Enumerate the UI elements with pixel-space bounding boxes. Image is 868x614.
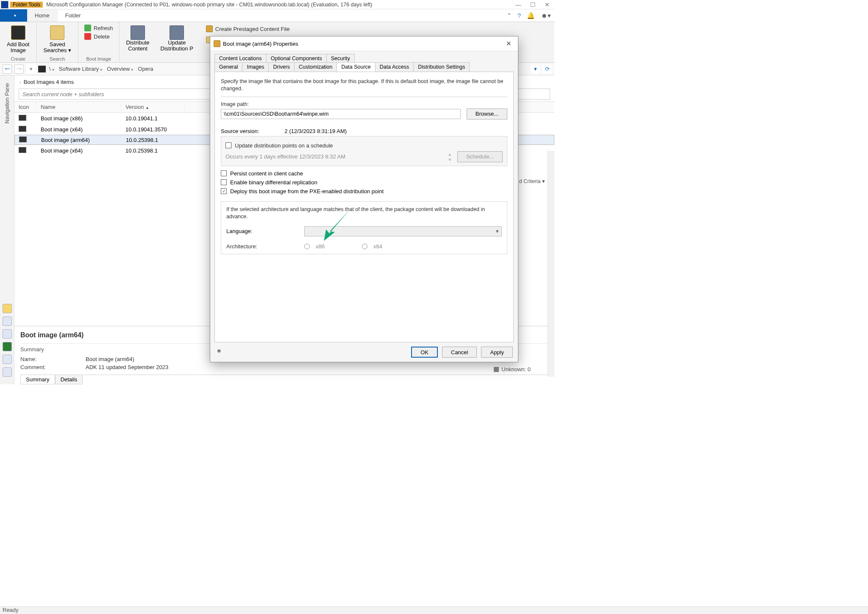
- sort-asc-icon: ▲: [145, 106, 149, 110]
- row-name: Boot image (x64): [36, 147, 121, 154]
- schedule-button: Schedule...: [457, 151, 503, 162]
- browse-button[interactable]: Browse...: [467, 108, 507, 119]
- cancel-button[interactable]: Cancel: [442, 347, 477, 358]
- language-select[interactable]: ▾: [304, 226, 502, 236]
- rail-item-4[interactable]: [3, 342, 12, 351]
- rail-item-6[interactable]: [3, 367, 12, 377]
- distribute-content-button[interactable]: Distribute Content: [124, 24, 152, 52]
- detail-tabs: Summary Details: [20, 375, 548, 384]
- maximize-button[interactable]: ☐: [526, 0, 540, 9]
- crumb-overview[interactable]: Overview: [106, 66, 134, 72]
- saved-searches-button[interactable]: Saved Searches ▾: [41, 24, 74, 54]
- persist-cache-checkbox[interactable]: [221, 170, 227, 176]
- update-schedule-label: Update distribution points on a schedule: [235, 142, 333, 149]
- detail-tab-details[interactable]: Details: [55, 375, 83, 384]
- kv-name-k: Name:: [20, 356, 75, 362]
- tab-images[interactable]: Images: [242, 62, 269, 72]
- package-icon: [206, 25, 213, 32]
- ribbon-group-distribute: Distribute Content Update Distribution P: [120, 22, 200, 62]
- tab-data-access[interactable]: Data Access: [375, 62, 414, 72]
- properties-dialog: Boot image (arm64) Properties ✕ Content …: [210, 36, 518, 362]
- arch-x86-radio: [304, 244, 310, 249]
- rail-item-5[interactable]: [3, 355, 12, 364]
- language-label: Language:: [226, 228, 298, 234]
- schedule-box: Update distribution points on a schedule…: [221, 136, 507, 166]
- dialog-close-button[interactable]: ✕: [503, 39, 515, 48]
- apply-button[interactable]: Apply: [481, 347, 513, 358]
- detail-tab-summary[interactable]: Summary: [20, 375, 55, 384]
- pxe-checkbox[interactable]: ✓: [221, 188, 227, 194]
- image-path-label: Image path:: [221, 101, 507, 107]
- crumb-software-library[interactable]: Software Library: [58, 66, 104, 72]
- add-boot-image-button[interactable]: Add Boot Image: [4, 24, 32, 54]
- tab-general[interactable]: General: [214, 62, 242, 72]
- rail-item-1[interactable]: [3, 304, 12, 313]
- dialog-buttons: OK Cancel Apply: [210, 342, 518, 362]
- help-icon[interactable]: ?: [517, 12, 521, 19]
- chevron-right-icon[interactable]: ›: [19, 80, 21, 85]
- window-title: Microsoft Configuration Manager (Connect…: [43, 2, 376, 8]
- create-prestaged-button[interactable]: Create Prestaged Content File: [204, 25, 292, 33]
- crumb-dropdown[interactable]: ▾: [531, 64, 540, 74]
- arch-x86-label: x86: [316, 243, 325, 250]
- kv-comment-k: Comment:: [20, 364, 75, 370]
- feedback-person-icon[interactable]: ☻: [216, 347, 225, 357]
- image-path-input[interactable]: [221, 109, 461, 119]
- node-title: Boot Images 4 items: [24, 79, 74, 85]
- crumb-root[interactable]: \: [48, 66, 56, 72]
- row-name: Boot image (x86): [36, 115, 121, 122]
- refresh-crumb[interactable]: ⟳: [542, 64, 552, 74]
- titlebar: Folder Tools Microsoft Configuration Man…: [0, 0, 554, 9]
- file-menu[interactable]: [0, 9, 27, 22]
- source-version-label: Source version:: [221, 128, 259, 134]
- boot-image-icon: [11, 25, 25, 40]
- schedule-text: Occurs every 1 days effective 12/3/2023 …: [225, 153, 442, 160]
- tab-optional-components[interactable]: Optional Components: [266, 54, 327, 63]
- tab-customization[interactable]: Customization: [294, 62, 337, 72]
- feedback-icon[interactable]: ☻▾: [541, 12, 551, 19]
- delete-icon: [84, 33, 91, 40]
- chevron-up-icon[interactable]: ⌃: [507, 12, 512, 19]
- tab-data-source[interactable]: Data Source: [337, 62, 375, 72]
- ok-button[interactable]: OK: [411, 347, 438, 358]
- dialog-body: Specify the image file that contains the…: [214, 72, 514, 342]
- folder-search-icon: [50, 25, 64, 40]
- unknown-swatch-icon: [494, 367, 499, 372]
- refresh-button[interactable]: Refresh: [83, 24, 115, 32]
- rail-item-3[interactable]: [3, 329, 12, 339]
- dialog-title: Boot image (arm64) Properties: [223, 41, 298, 47]
- boot-image-row-icon: [19, 115, 26, 121]
- binary-diff-checkbox[interactable]: [221, 179, 227, 185]
- tab-content-locations[interactable]: Content Locations: [214, 54, 267, 63]
- row-version: 10.0.25398.1: [122, 137, 185, 143]
- tab-security[interactable]: Security: [326, 54, 355, 63]
- update-dp-button[interactable]: Update Distribution P: [158, 24, 196, 52]
- bell-icon[interactable]: 🔔: [527, 12, 535, 19]
- tab-folder[interactable]: Folder: [58, 9, 89, 22]
- col-icon[interactable]: Icon: [14, 102, 36, 112]
- dialog-intro: Specify the image file that contains the…: [221, 78, 507, 92]
- update-schedule-checkbox[interactable]: [225, 142, 231, 148]
- rail-item-2[interactable]: [3, 317, 12, 326]
- tab-distribution-settings[interactable]: Distribution Settings: [413, 62, 470, 72]
- add-criteria-link[interactable]: d Criteria ▾: [519, 178, 545, 184]
- col-name[interactable]: Name: [36, 102, 121, 112]
- ribbon-group-search: Saved Searches ▾ Search: [37, 22, 79, 62]
- nav-back[interactable]: 🡐: [3, 64, 12, 74]
- ribbon-group-label-distribute: [159, 56, 160, 61]
- vertical-scrollbar[interactable]: [548, 151, 554, 377]
- col-version[interactable]: Version ▲: [121, 102, 185, 112]
- nav-up[interactable]: ▾: [26, 64, 36, 74]
- dialog-icon: [214, 40, 220, 47]
- crumb-opera[interactable]: Opera: [137, 66, 154, 72]
- nav-forward[interactable]: 🡒: [14, 64, 24, 74]
- tab-drivers[interactable]: Drivers: [268, 62, 295, 72]
- update-dp-icon: [170, 25, 184, 40]
- ribbon-group-label-create: Create: [11, 56, 25, 61]
- delete-button[interactable]: Delete: [83, 32, 111, 41]
- tab-home[interactable]: Home: [27, 9, 58, 22]
- minimize-button[interactable]: —: [511, 0, 526, 9]
- ribbon-group-label-bootimage: Boot Image: [86, 56, 111, 61]
- source-version-value: 2 (12/3/2023 8:31:19 AM): [284, 128, 347, 134]
- close-button[interactable]: ✕: [540, 0, 554, 9]
